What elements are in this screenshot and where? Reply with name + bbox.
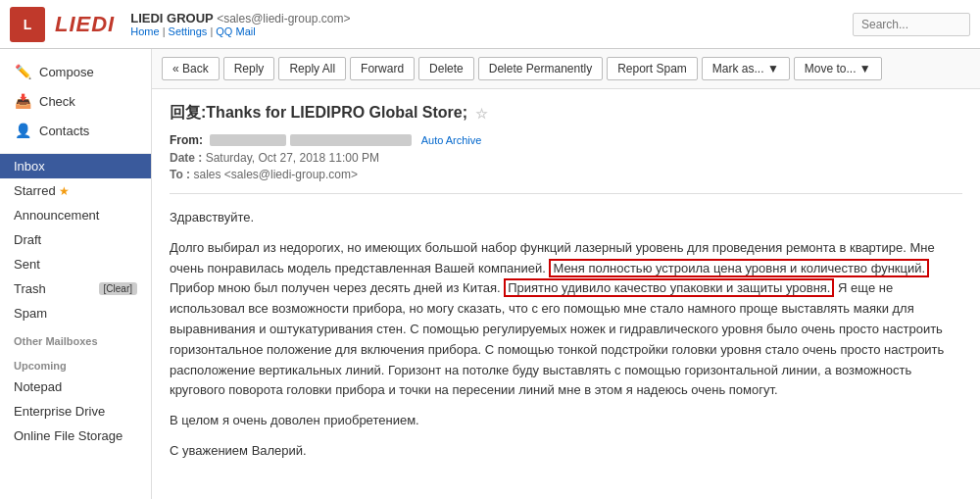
email-view: 回复:Thanks for LIEDIPRO Global Store; ☆ F… bbox=[152, 89, 980, 499]
date-line: Date : Saturday, Oct 27, 2018 11:00 PM bbox=[170, 151, 962, 165]
contacts-label: Contacts bbox=[39, 124, 89, 138]
check-icon: 📥 bbox=[14, 92, 31, 110]
compose-icon: ✏️ bbox=[14, 63, 31, 80]
company-info: LIEDI GROUP <sales@liedi-group.com> Home… bbox=[130, 11, 350, 37]
email-greeting: Здравствуйте. bbox=[170, 208, 962, 228]
email-para1: Долго выбирал из недорогих, но имеющих б… bbox=[170, 238, 962, 401]
check-button[interactable]: 📥 Check bbox=[0, 86, 151, 116]
nav-home-link[interactable]: Home bbox=[130, 25, 159, 37]
main-layout: ✏️ Compose 📥 Check 👤 Contacts Inbox Star… bbox=[0, 49, 980, 499]
star-icon[interactable]: ☆ bbox=[475, 106, 488, 122]
folder-spam[interactable]: Spam bbox=[0, 301, 151, 325]
report-spam-button[interactable]: Report Spam bbox=[607, 57, 698, 80]
auto-archive-link[interactable]: Auto Archive bbox=[421, 134, 482, 146]
to-line: To : sales <sales@liedi-group.com> bbox=[170, 168, 962, 181]
compose-button[interactable]: ✏️ Compose bbox=[0, 57, 151, 86]
compose-label: Compose bbox=[39, 65, 94, 79]
email-subject: 回复:Thanks for LIEDIPRO Global Store; ☆ bbox=[170, 103, 962, 124]
delete-permanently-button[interactable]: Delete Permanently bbox=[478, 57, 603, 80]
email-divider bbox=[170, 193, 962, 194]
highlight-span-1: Меня полностью устроила цена уровня и ко… bbox=[549, 259, 929, 277]
mark-as-button[interactable]: Mark as... ▼ bbox=[702, 57, 790, 80]
delete-button[interactable]: Delete bbox=[418, 57, 474, 80]
reply-all-button[interactable]: Reply All bbox=[278, 57, 346, 80]
from-blurred-email: ████████████████ bbox=[290, 134, 413, 146]
logo-icon: L bbox=[10, 7, 45, 42]
email-meta: From: ██████████ ████████████████ Auto A… bbox=[170, 133, 962, 181]
email-toolbar: « Back Reply Reply All Forward Delete De… bbox=[152, 49, 980, 89]
contacts-icon: 👤 bbox=[14, 122, 31, 139]
nav-settings-link[interactable]: Settings bbox=[169, 25, 208, 37]
sidebar-folders: Inbox Starred ★ Announcement Draft Sent … bbox=[0, 154, 151, 499]
folder-sent[interactable]: Sent bbox=[0, 252, 151, 276]
upcoming-header: Upcoming bbox=[0, 354, 151, 374]
forward-button[interactable]: Forward bbox=[350, 57, 415, 80]
other-mailboxes-header: Other Mailboxes bbox=[0, 329, 151, 350]
email-para3: В целом я очень доволен приобретением. bbox=[170, 411, 962, 431]
email-body: Здравствуйте. Долго выбирал из недорогих… bbox=[170, 208, 962, 462]
move-to-chevron-icon: ▼ bbox=[859, 62, 871, 75]
folder-enterprise-drive[interactable]: Enterprise Drive bbox=[0, 399, 151, 424]
check-label: Check bbox=[39, 94, 75, 109]
highlight-span-2: Приятно удивило качество упаковки и защи… bbox=[504, 278, 834, 297]
folder-starred[interactable]: Starred ★ bbox=[0, 178, 151, 203]
email-para4: С уважением Валерий. bbox=[170, 441, 962, 462]
search-area bbox=[853, 13, 970, 36]
mark-as-chevron-icon: ▼ bbox=[767, 62, 779, 75]
contacts-button[interactable]: 👤 Contacts bbox=[0, 116, 151, 145]
back-button[interactable]: « Back bbox=[162, 57, 220, 80]
top-bar: L LIEDI LIEDI GROUP <sales@liedi-group.c… bbox=[0, 0, 980, 49]
logo-area: L LIEDI LIEDI GROUP <sales@liedi-group.c… bbox=[10, 7, 350, 42]
content-area: « Back Reply Reply All Forward Delete De… bbox=[152, 49, 980, 499]
sidebar-actions: ✏️ Compose 📥 Check 👤 Contacts bbox=[0, 49, 151, 154]
folder-announcement[interactable]: Announcement bbox=[0, 203, 151, 227]
company-nav: Home | Settings | QQ Mail bbox=[130, 25, 350, 37]
folder-notepad[interactable]: Notepad bbox=[0, 374, 151, 399]
sidebar: ✏️ Compose 📥 Check 👤 Contacts Inbox Star… bbox=[0, 49, 152, 499]
folder-online-file-storage[interactable]: Online File Storage bbox=[0, 424, 151, 448]
folder-inbox[interactable]: Inbox bbox=[0, 154, 151, 178]
folder-trash[interactable]: Trash [Clear] bbox=[0, 276, 151, 301]
from-blurred-name: ██████████ bbox=[210, 134, 286, 146]
logo-text: LIEDI bbox=[55, 12, 115, 37]
nav-qqmail-link[interactable]: QQ Mail bbox=[216, 25, 255, 37]
reply-button[interactable]: Reply bbox=[223, 57, 275, 80]
from-line: From: ██████████ ████████████████ Auto A… bbox=[170, 133, 962, 147]
move-to-button[interactable]: Move to... ▼ bbox=[794, 57, 882, 80]
folder-draft[interactable]: Draft bbox=[0, 227, 151, 252]
company-name: LIEDI GROUP <sales@liedi-group.com> bbox=[130, 11, 350, 25]
trash-clear-badge[interactable]: [Clear] bbox=[99, 282, 137, 295]
search-input[interactable] bbox=[853, 13, 970, 36]
